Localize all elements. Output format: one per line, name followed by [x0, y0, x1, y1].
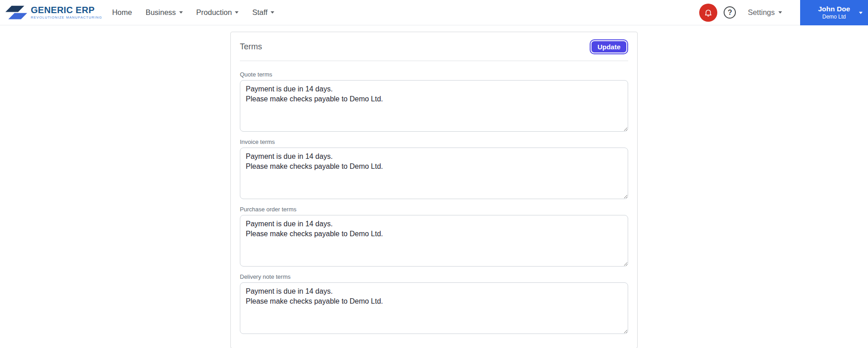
brand-logo[interactable]: GENERIC ERP REVOLUTIONIZE MANUFACTURING [5, 4, 102, 21]
top-navbar: GENERIC ERP REVOLUTIONIZE MANUFACTURING … [0, 0, 868, 25]
page-title: Terms [240, 42, 262, 52]
chevron-down-icon [859, 12, 863, 14]
logo-icon [5, 4, 27, 21]
user-company: Demo Ltd [822, 14, 846, 20]
brand-tagline: REVOLUTIONIZE MANUFACTURING [31, 16, 102, 19]
terms-card-body: Quote terms Payment is due in 14 days. P… [231, 61, 637, 348]
user-info: John Doe Demo Ltd [818, 5, 850, 20]
navbar-right: ? Settings John Doe Demo Ltd [699, 0, 868, 25]
invoice-terms-textarea[interactable]: Payment is due in 14 days. Please make c… [240, 148, 628, 199]
user-menu[interactable]: John Doe Demo Ltd [800, 0, 868, 25]
settings-label: Settings [748, 8, 775, 17]
bell-icon [704, 8, 713, 17]
help-button[interactable]: ? [724, 6, 736, 19]
user-name: John Doe [818, 5, 850, 13]
chevron-down-icon [778, 11, 782, 14]
purchase-order-terms-textarea[interactable]: Payment is due in 14 days. Please make c… [240, 215, 628, 267]
notifications-button[interactable] [699, 4, 717, 22]
nav-item-staff[interactable]: Staff [252, 8, 274, 17]
nav-item-home[interactable]: Home [112, 8, 132, 17]
field-group-purchase-order-terms: Purchase order terms Payment is due in 1… [240, 206, 628, 268]
question-mark-icon: ? [728, 9, 732, 17]
delivery-note-terms-label: Delivery note terms [240, 273, 628, 280]
nav-item-label: Business [146, 8, 176, 17]
chevron-down-icon [235, 11, 238, 14]
brand-text: GENERIC ERP REVOLUTIONIZE MANUFACTURING [31, 5, 102, 19]
purchase-order-terms-label: Purchase order terms [240, 206, 628, 213]
main-nav: Home Business Production Staff [112, 8, 275, 17]
quote-terms-label: Quote terms [240, 71, 628, 78]
brand-name: GENERIC ERP [31, 5, 102, 14]
settings-menu[interactable]: Settings [748, 8, 782, 17]
field-group-delivery-note-terms: Delivery note terms Payment is due in 14… [240, 273, 628, 336]
field-group-invoice-terms: Invoice terms Payment is due in 14 days.… [240, 138, 628, 201]
chevron-down-icon [271, 11, 274, 14]
field-group-quote-terms: Quote terms Payment is due in 14 days. P… [240, 71, 628, 133]
delivery-note-terms-textarea[interactable]: Payment is due in 14 days. Please make c… [240, 282, 628, 334]
terms-card: Terms Update Quote terms Payment is due … [230, 32, 638, 348]
terms-card-header: Terms Update [231, 32, 637, 61]
nav-item-production[interactable]: Production [196, 8, 239, 17]
nav-item-business[interactable]: Business [146, 8, 183, 17]
nav-item-label: Staff [252, 8, 267, 17]
main-content: Terms Update Quote terms Payment is due … [0, 32, 868, 348]
invoice-terms-label: Invoice terms [240, 138, 628, 145]
nav-item-label: Home [112, 8, 132, 17]
quote-terms-textarea[interactable]: Payment is due in 14 days. Please make c… [240, 80, 628, 132]
nav-item-label: Production [196, 8, 232, 17]
chevron-down-icon [179, 11, 183, 14]
update-button[interactable]: Update [591, 40, 627, 53]
